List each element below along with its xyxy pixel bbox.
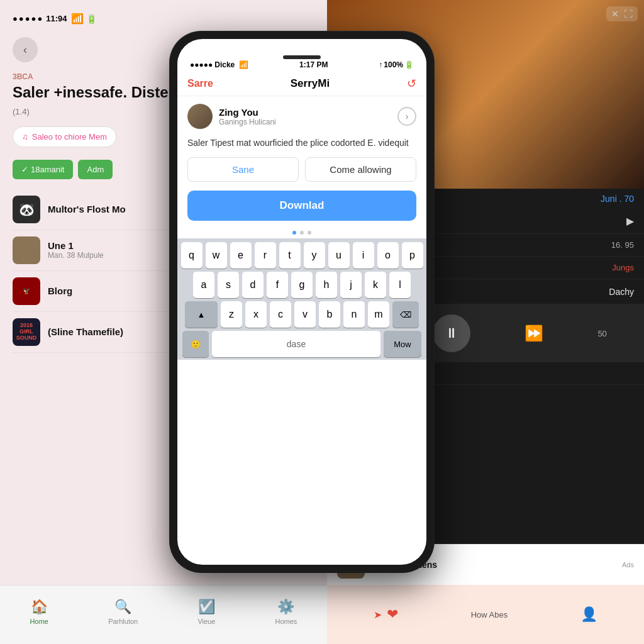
list-item-title-1: Multor's Flost Mo (48, 204, 126, 214)
chat-message: Saler Tipest mat wourficied the plice co… (177, 134, 426, 157)
status-bar: ●●●●● 11:94 📶 🔋 (13, 13, 314, 25)
phone-back-label[interactable]: Sarre (187, 78, 213, 89)
key-o[interactable]: o (377, 242, 399, 269)
key-a[interactable]: a (193, 272, 214, 298)
key-p[interactable]: p (402, 242, 423, 269)
signal-dots: ●●●●● (13, 14, 43, 23)
user-icon[interactable]: 👤 (580, 606, 597, 623)
list-item-title-2: Une 1 (48, 240, 104, 251)
heart-icon[interactable]: ❤ (387, 606, 398, 623)
chat-name-area: Zing You Ganings Hulicani (219, 107, 276, 126)
music-label: Saleo to chiore Mem (32, 132, 107, 142)
return-key[interactable]: Mow (384, 331, 421, 357)
homes-icon: ⚙️ (277, 599, 294, 615)
battery-area: ↑ 100% 🔋 (379, 60, 414, 69)
track-name-4: Dachy (609, 287, 634, 297)
emoji-key[interactable]: 🙂 (182, 331, 209, 357)
track-number: 50 (597, 329, 606, 338)
chat-user-info: Zing You Ganings Hulicani (187, 104, 276, 129)
chat-avatar (187, 104, 213, 129)
key-l[interactable]: l (389, 272, 411, 298)
key-c[interactable]: c (270, 301, 291, 328)
avatar-2 (13, 236, 40, 264)
key-x[interactable]: x (245, 301, 267, 328)
key-r[interactable]: r (255, 242, 276, 269)
key-b[interactable]: b (319, 301, 340, 328)
track-price-2: 16. 95 (611, 240, 634, 250)
chat-actions: Sane Come allowing (177, 157, 426, 191)
mini-label: How Abes (471, 610, 508, 619)
adm-button[interactable]: Adm (78, 160, 113, 179)
keyboard-row-2: a s d f g h j k l (180, 272, 424, 298)
key-d[interactable]: d (242, 272, 264, 298)
scroll-indicator (177, 228, 426, 238)
list-item-sub-2: Man. 38 Mulpule (48, 251, 104, 260)
keyboard[interactable]: q w e r t y u i o p a s d f g (177, 238, 426, 360)
battery-pct: 100% (384, 60, 403, 69)
key-f[interactable]: f (267, 272, 288, 298)
music-icon: ♫ (22, 132, 28, 142)
check-label: 18amanit (31, 165, 64, 174)
list-item-info-1: Multor's Flost Mo (48, 204, 126, 214)
battery-bar: 🔋 (404, 60, 414, 69)
mini-player-icons: ➤ ❤ (374, 606, 398, 623)
battery-icon: 🔋 (86, 14, 97, 24)
list-item-info-3: Blorg (48, 286, 72, 296)
scroll-dot-active (292, 231, 296, 235)
pause-button[interactable]: ⏸ (433, 314, 470, 352)
key-j[interactable]: j (340, 272, 362, 298)
check-icon: ✓ (21, 165, 28, 174)
ad-label: Ads (622, 561, 634, 569)
key-t[interactable]: t (279, 242, 301, 269)
refresh-icon[interactable]: ↺ (407, 77, 416, 91)
scroll-dot-1 (300, 231, 304, 235)
scroll-dot-2 (308, 231, 311, 235)
keyboard-row-3: ▲ z x c v b n m ⌫ (180, 301, 424, 328)
view-icon: ☑️ (198, 599, 215, 615)
nav-label-search: Parhluton (108, 618, 138, 625)
key-w[interactable]: w (206, 242, 227, 269)
key-i[interactable]: i (353, 242, 374, 269)
status-time: 11:94 (46, 14, 67, 23)
backspace-key[interactable]: ⌫ (392, 301, 419, 328)
key-q[interactable]: q (181, 242, 203, 269)
key-n[interactable]: n (343, 301, 365, 328)
shift-key[interactable]: ▲ (185, 301, 218, 328)
key-k[interactable]: k (365, 272, 386, 298)
chat-subtitle: Ganings Hulicani (219, 118, 276, 126)
key-g[interactable]: g (291, 272, 313, 298)
space-key[interactable]: dase (212, 331, 380, 357)
check-button[interactable]: ✓ 18amanit (13, 160, 73, 179)
key-v[interactable]: v (294, 301, 316, 328)
avatar-1: 🐼 (13, 196, 40, 223)
back-button[interactable]: ‹ (13, 37, 38, 62)
sane-button[interactable]: Sane (187, 157, 299, 182)
nav-item-view[interactable]: ☑️ Vieue (197, 599, 215, 625)
list-item-info-4: (Sline Thamefile) (48, 326, 123, 337)
track-price-3: Jungs (612, 263, 634, 272)
carrier-name: Dicke (214, 60, 235, 69)
chat-arrow-btn[interactable]: › (397, 107, 416, 126)
key-h[interactable]: h (316, 272, 337, 298)
nav-item-home[interactable]: 🏠 Home (30, 599, 48, 625)
keyboard-row-1: q w e r t y u i o p (180, 242, 424, 269)
key-s[interactable]: s (218, 272, 239, 298)
expand-icon[interactable]: ⛶ (624, 9, 633, 19)
fast-forward-button[interactable]: ⏩ (525, 325, 543, 342)
phone-header: Sarre SerryMi ↺ (177, 72, 426, 96)
bottom-nav: 🏠 Home 🔍 Parhluton ☑️ Vieue ⚙️ Homes (0, 585, 327, 644)
nav-item-search[interactable]: 🔍 Parhluton (108, 599, 138, 625)
close-icon[interactable]: ✕ (611, 9, 619, 19)
download-button[interactable]: Downlad (187, 191, 416, 221)
adm-label: Adm (87, 165, 104, 174)
key-z[interactable]: z (221, 301, 242, 328)
key-u[interactable]: u (328, 242, 350, 269)
music-action-button[interactable]: ♫ Saleo to chiore Mem (13, 126, 116, 147)
play-icon-1[interactable]: ▶ (626, 215, 634, 227)
nav-item-homes[interactable]: ⚙️ Homes (275, 599, 297, 625)
key-m[interactable]: m (368, 301, 389, 328)
come-allowing-button[interactable]: Come allowing (305, 157, 416, 182)
phone-time: 1:17 PM (299, 60, 328, 69)
key-y[interactable]: y (304, 242, 325, 269)
key-e[interactable]: e (230, 242, 252, 269)
